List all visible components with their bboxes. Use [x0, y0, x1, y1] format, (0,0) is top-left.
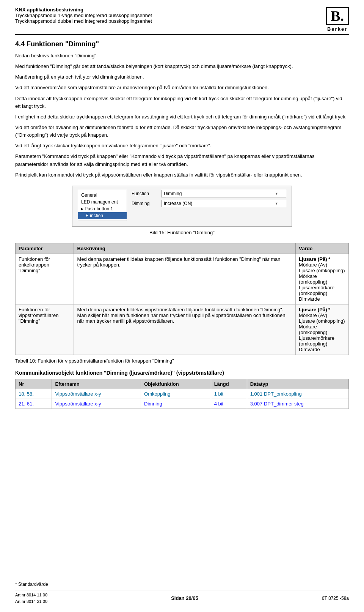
section-title: 4.4 Funktionen "Dimning": [15, 40, 349, 48]
varde-cell-0: Ljusare (På) *Mörkare (Av)Ljusare (omkop…: [296, 254, 349, 304]
footer-art1: Art.nr 8014 11 00: [15, 592, 47, 598]
varde-item: Ljusare (På) *: [299, 256, 345, 262]
comm-header-datatyp: Datatyp: [247, 379, 348, 389]
comm-header-efternamn: Efternamn: [52, 379, 141, 389]
comm-header-nr: Nr: [16, 379, 52, 389]
beskrivning-cell-0: Med denna parameter tilldelas knappen fö…: [74, 254, 296, 304]
param-label-function: Function: [132, 191, 158, 196]
header-text: KNX applikationsbeskrivning Tryckknappsm…: [15, 7, 152, 24]
tree-arrow-pushbutton: ▸: [81, 206, 85, 211]
footer-page: Sidan 20/65: [171, 595, 198, 601]
varde-item: Mörkare (omkoppling): [299, 324, 345, 335]
param-table-header-varde: Värde: [296, 243, 349, 254]
comm-cell-1-4: 3.007 DPT_dimmer steg: [247, 399, 348, 409]
paragraph-6: I enlighet med detta skickar tryckknappe…: [15, 113, 349, 121]
logo-name: Berker: [327, 26, 347, 32]
tabell-caption: Tabell 10: Funktion för vippströmställar…: [15, 358, 349, 364]
footer-art2: Art.nr 8014 21 00: [15, 598, 47, 605]
header-subtitle2: Tryckknappsmodul dubbel med integrerad b…: [15, 18, 152, 24]
varde-item: Ljusare (omkoppling): [299, 318, 345, 324]
comm-cell-0-3: 1 bit: [211, 389, 247, 399]
comm-header-langd: Längd: [211, 379, 247, 389]
param-cell-1: Funktionen för vippströmställaren "Dimni…: [16, 304, 74, 355]
varde-item: Mörkare (Av): [299, 262, 345, 268]
paragraph-5: Detta innebär att tryckknappen exempelvi…: [15, 95, 349, 110]
tree-item-pushbutton[interactable]: ▸ Push-button 1: [78, 205, 127, 212]
varde-item: Ljusare/mörkare (omkoppling): [299, 335, 345, 347]
varde-item: Dimvärde: [299, 296, 345, 302]
paragraph-8: Vid ett långt tryck skickar tryckknappen…: [15, 142, 349, 150]
varde-cell-1: Ljusare (På) *Mörkare (Av)Ljusare (omkop…: [296, 304, 349, 355]
paragraph-10: Principiellt kan kommandot vid tryck på …: [15, 171, 349, 179]
comm-cell-0-0: 18, 58,: [16, 389, 52, 399]
comm-cell-1-2: Dimning: [141, 399, 211, 409]
comm-cell-1-1: Vippströmställare x-y: [52, 399, 141, 409]
bild-caption: Bild 15: Funktionen "Dimning": [15, 230, 349, 235]
tree-item-led[interactable]: LED management: [78, 199, 127, 205]
beskrivning-cell-1: Med denna parameter tilldelas vippströms…: [74, 304, 296, 355]
varde-item: Dimvärde: [299, 347, 345, 352]
footer-note: * Standardvärde: [15, 582, 349, 587]
ui-tree-panel: General LED management ▸ Push-button 1 F…: [78, 190, 127, 221]
berker-logo: B. Berker: [326, 7, 349, 32]
varde-item: Ljusare (På) *: [299, 307, 345, 312]
paragraph-4: Vid ett manöverområde som vippströmställ…: [15, 84, 349, 91]
param-table: Parameter Beskrivning Värde Funktionen f…: [15, 243, 349, 355]
param-cell-0: Funktionen för enkelknappen "Dimning": [16, 254, 74, 304]
comm-cell-0-4: 1.001 DPT_omkoppling: [247, 389, 348, 399]
comm-header-objektfunktion: Objektfunktion: [141, 379, 211, 389]
komm-title: Kommunikationsobjekt funktionen "Dimning…: [15, 370, 349, 376]
varde-item: Mörkare (Av): [299, 312, 345, 318]
footer-bottom: Art.nr 8014 11 00 Art.nr 8014 21 00 Sida…: [15, 590, 349, 604]
varde-item: Mörkare (omkoppling): [299, 273, 345, 285]
paragraph-7: Vid ett område för avkänning är dimfunkt…: [15, 124, 349, 139]
param-row-dimming: Dimming Increase (ON): [132, 200, 286, 207]
comm-cell-0-1: Vippströmställare x-y: [52, 389, 141, 399]
footer-art-numbers: Art.nr 8014 11 00 Art.nr 8014 21 00: [15, 592, 47, 604]
header-title: KNX applikationsbeskrivning: [15, 7, 152, 13]
paragraph-2: Med funktionen "Dimning" går det att tän…: [15, 63, 349, 70]
page-header: KNX applikationsbeskrivning Tryckknappsm…: [15, 7, 349, 35]
param-table-header-beskrivning: Beskrivning: [74, 243, 296, 254]
footer-ref: 6T 8725 -58a: [322, 596, 349, 601]
comm-cell-0-2: Omkoppling: [141, 389, 211, 399]
paragraph-9: Parametern "Kommando vid tryck på knappe…: [15, 153, 349, 168]
ui-mockup: General LED management ▸ Push-button 1 F…: [72, 186, 292, 227]
param-dropdown-function[interactable]: Dimming: [161, 190, 286, 197]
page-footer: * Standardvärde Art.nr 8014 11 00 Art.nr…: [0, 580, 364, 604]
header-subtitle1: Tryckknappsmodul 1-vägs med integrerad b…: [15, 13, 152, 18]
tree-item-general[interactable]: General: [78, 192, 127, 199]
varde-item: Ljusare/mörkare (omkoppling): [299, 285, 345, 296]
tree-item-function[interactable]: Function: [78, 212, 127, 219]
comm-table: Nr Efternamn Objektfunktion Längd Dataty…: [15, 379, 349, 409]
param-dropdown-dimming[interactable]: Increase (ON): [161, 200, 286, 207]
paragraph-3: Manövrering på en yta och två ytor vid d…: [15, 73, 349, 81]
comm-cell-1-3: 4 bit: [211, 399, 247, 409]
comm-cell-1-0: 21, 61,: [16, 399, 52, 409]
varde-item: Ljusare (omkoppling): [299, 268, 345, 273]
param-table-header-parameter: Parameter: [16, 243, 74, 254]
paragraph-1: Nedan beskrivs funktionen "Dimning".: [15, 52, 349, 60]
logo-letter: B.: [326, 7, 349, 25]
param-row-function: Function Dimming: [132, 190, 286, 197]
ui-params-panel: Function Dimming Dimming Increase (ON): [127, 190, 286, 221]
param-label-dimming: Dimming: [132, 201, 158, 206]
footer-line: [15, 580, 61, 580]
